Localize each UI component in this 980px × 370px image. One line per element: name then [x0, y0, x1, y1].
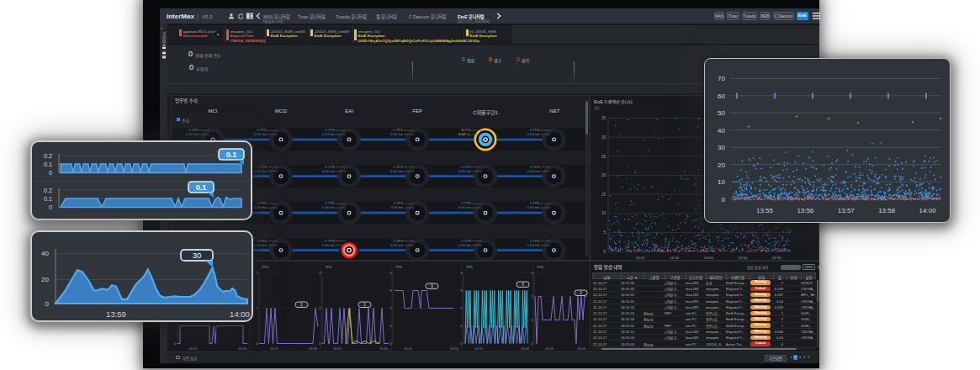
svg-text:16:56: 16:56	[577, 346, 586, 351]
svg-text:30: 30	[718, 144, 725, 151]
svg-text:0: 0	[174, 341, 177, 346]
svg-text:16:56: 16:56	[309, 346, 318, 351]
svg-text:0: 0	[49, 204, 52, 211]
svg-text:13:57: 13:57	[838, 207, 856, 214]
svg-text:16:55: 16:55	[333, 346, 342, 351]
svg-text:0: 0	[45, 300, 50, 308]
svg-text:14:00: 14:00	[919, 207, 937, 214]
svg-text:TPS: TPS	[262, 265, 268, 269]
svg-text:0.1: 0.1	[44, 161, 52, 168]
svg-text:14:00: 14:00	[230, 309, 250, 319]
svg-text:10: 10	[601, 211, 607, 215]
svg-text:0.1: 0.1	[44, 195, 52, 203]
svg-text:3: 3	[460, 288, 463, 293]
svg-text:20: 20	[601, 173, 607, 177]
svg-text:70: 70	[718, 75, 725, 82]
svg-text:10: 10	[718, 178, 725, 186]
svg-text:15: 15	[601, 193, 607, 197]
svg-text:16:55: 16:55	[188, 346, 198, 351]
svg-text:0: 0	[319, 341, 321, 346]
svg-text:0: 0	[460, 341, 463, 346]
svg-text:0.2: 0.2	[44, 187, 52, 194]
svg-text:16:55: 16:55	[270, 346, 279, 351]
svg-text:1: 1	[256, 306, 258, 310]
svg-text:13:56: 13:56	[797, 207, 814, 214]
svg-text:16:54: 16:54	[738, 256, 748, 260]
svg-text:0.1: 0.1	[226, 151, 237, 159]
svg-text:2: 2	[460, 306, 463, 310]
svg-text:40: 40	[718, 127, 725, 135]
svg-text:13:58: 13:58	[878, 207, 896, 214]
svg-text:4: 4	[460, 271, 463, 275]
svg-text:40: 40	[41, 250, 49, 257]
svg-text:60: 60	[718, 92, 725, 100]
svg-text:0: 0	[256, 341, 258, 346]
svg-text:TPS: TPS	[537, 265, 543, 269]
svg-text:16:56: 16:56	[238, 346, 247, 351]
svg-text:16:56: 16:56	[450, 346, 459, 351]
svg-text:0.1: 0.1	[196, 183, 207, 192]
svg-text:16:55: 16:55	[404, 346, 413, 351]
svg-text:35: 35	[601, 116, 607, 120]
svg-text:1: 1	[460, 324, 463, 328]
svg-text:16:51: 16:51	[636, 256, 646, 260]
svg-text:TPS: TPS	[466, 265, 473, 269]
svg-text:20: 20	[718, 161, 725, 169]
svg-text:50: 50	[718, 109, 725, 117]
svg-text:16:55: 16:55	[474, 346, 484, 351]
svg-text:0: 0	[49, 169, 52, 177]
svg-text:0: 0	[603, 250, 606, 254]
svg-text:16:55: 16:55	[545, 346, 554, 351]
svg-text:0: 0	[722, 196, 726, 204]
svg-text:5: 5	[603, 230, 606, 235]
svg-text:TPS: TPS	[395, 265, 402, 269]
svg-text:TPS: TPS	[325, 265, 331, 269]
svg-text:25: 25	[601, 155, 607, 159]
svg-text:16:53: 16:53	[704, 256, 714, 260]
svg-text:16:52: 16:52	[670, 256, 680, 260]
svg-text:13:55: 13:55	[756, 207, 774, 214]
svg-text:2: 2	[256, 271, 258, 275]
svg-text:1: 1	[319, 306, 321, 310]
svg-text:16:55: 16:55	[772, 256, 782, 260]
svg-text:13:59: 13:59	[106, 309, 126, 319]
svg-text:20: 20	[41, 276, 49, 283]
svg-text:16:56: 16:56	[521, 346, 530, 351]
svg-text:0.2: 0.2	[44, 152, 52, 160]
svg-text:16:56: 16:56	[379, 346, 389, 351]
svg-text:30: 30	[193, 251, 202, 260]
svg-text:30: 30	[601, 135, 607, 140]
svg-text:2: 2	[319, 271, 321, 275]
